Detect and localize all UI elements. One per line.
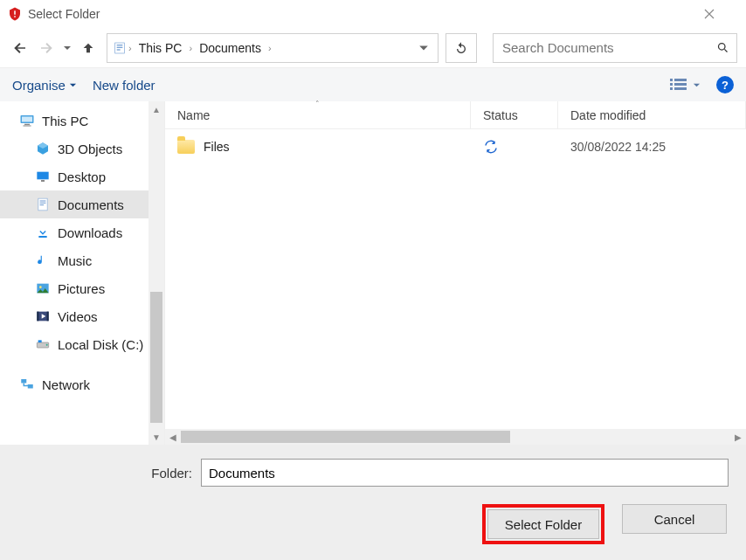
- svg-rect-1: [117, 45, 123, 45]
- forward-button[interactable]: [35, 35, 58, 61]
- navigation-pane: This PC 3D Objects Desktop Documents Dow…: [0, 101, 164, 445]
- svg-point-28: [46, 344, 48, 346]
- tree-network[interactable]: Network: [0, 370, 164, 398]
- breadcrumb-this-pc[interactable]: This PC: [134, 41, 188, 55]
- chevron-right-icon[interactable]: ›: [127, 43, 134, 53]
- file-list-pane: Name ˄ Status Date modified Files: [164, 101, 746, 445]
- select-folder-button[interactable]: Select Folder: [487, 509, 599, 539]
- scroll-left-icon[interactable]: ◀: [165, 432, 181, 442]
- item-name: Files: [204, 140, 230, 154]
- svg-rect-5: [670, 79, 673, 81]
- recent-dropdown[interactable]: [61, 35, 73, 61]
- svg-rect-15: [37, 172, 48, 180]
- search-input[interactable]: [501, 39, 716, 56]
- folder-name-input[interactable]: [201, 459, 729, 487]
- up-button[interactable]: [77, 35, 100, 61]
- file-list[interactable]: Files 30/08/2022 14:25: [165, 129, 746, 429]
- scroll-down-icon[interactable]: ▼: [149, 429, 164, 445]
- search-box[interactable]: [493, 33, 737, 63]
- tree-scrollbar[interactable]: ▲ ▼: [149, 101, 164, 445]
- tree-label: Pictures: [58, 281, 105, 296]
- column-status[interactable]: Status: [471, 101, 558, 128]
- svg-rect-8: [674, 79, 687, 81]
- refresh-button[interactable]: [446, 33, 477, 63]
- tree-downloads[interactable]: Downloads: [0, 218, 164, 246]
- svg-rect-6: [670, 83, 673, 86]
- window-title: Select Folder: [28, 7, 704, 21]
- column-label: Name: [177, 108, 210, 122]
- tree-label: Downloads: [58, 225, 122, 240]
- tree-label: Network: [42, 377, 90, 392]
- tree-local-disk[interactable]: Local Disk (C:): [0, 330, 164, 358]
- pictures-icon: [35, 280, 51, 296]
- dialog-body: This PC 3D Objects Desktop Documents Dow…: [0, 101, 746, 445]
- svg-rect-26: [47, 312, 49, 321]
- tree-pictures[interactable]: Pictures: [0, 274, 164, 302]
- svg-rect-14: [24, 125, 31, 127]
- scroll-up-icon[interactable]: ▲: [149, 101, 164, 117]
- svg-rect-25: [37, 312, 38, 321]
- button-label: Cancel: [654, 512, 695, 527]
- music-icon: [35, 252, 51, 268]
- back-button[interactable]: [9, 35, 31, 61]
- close-button[interactable]: [704, 9, 739, 19]
- svg-rect-7: [670, 87, 673, 90]
- organise-label: Organise: [12, 78, 66, 93]
- column-label: Date modified: [570, 108, 646, 122]
- svg-rect-29: [38, 340, 42, 342]
- network-icon: [19, 377, 35, 392]
- tree-label: Local Disk (C:): [58, 337, 143, 352]
- tree-label: Documents: [58, 197, 124, 212]
- svg-rect-9: [674, 83, 687, 86]
- view-options-button[interactable]: [670, 78, 701, 92]
- organise-menu[interactable]: Organise: [12, 78, 77, 93]
- scroll-right-icon[interactable]: ▶: [730, 432, 746, 442]
- cancel-button[interactable]: Cancel: [622, 504, 727, 534]
- tree-label: Music: [58, 253, 92, 268]
- svg-point-23: [39, 286, 42, 288]
- chevron-right-icon[interactable]: ›: [266, 43, 273, 53]
- svg-rect-21: [38, 236, 46, 238]
- svg-rect-13: [24, 124, 30, 126]
- tree-music[interactable]: Music: [0, 246, 164, 274]
- column-name[interactable]: Name ˄: [165, 101, 471, 128]
- nav-bar: › This PC › Documents ›: [0, 28, 746, 68]
- tree-desktop[interactable]: Desktop: [0, 162, 164, 190]
- cube-icon: [35, 141, 51, 156]
- svg-point-4: [719, 44, 726, 51]
- chevron-right-icon[interactable]: ›: [187, 43, 194, 53]
- address-icon: [113, 41, 127, 55]
- button-label: Select Folder: [505, 517, 582, 532]
- new-folder-button[interactable]: New folder: [93, 78, 155, 93]
- list-item[interactable]: Files 30/08/2022 14:25: [165, 129, 746, 164]
- item-date: 30/08/2022 14:25: [570, 140, 666, 154]
- titlebar: Select Folder: [0, 0, 746, 28]
- address-dropdown[interactable]: [415, 43, 432, 53]
- highlight-box: Select Folder: [482, 504, 604, 544]
- folder-icon: [177, 140, 195, 154]
- new-folder-label: New folder: [93, 78, 155, 93]
- download-icon: [35, 225, 51, 240]
- computer-icon: [19, 113, 35, 128]
- tree-3d-objects[interactable]: 3D Objects: [0, 135, 164, 162]
- tree-documents[interactable]: Documents: [0, 190, 164, 218]
- list-h-scrollbar[interactable]: ◀ ▶: [165, 429, 746, 445]
- search-icon[interactable]: [716, 41, 729, 54]
- tree-label: Videos: [58, 309, 98, 324]
- tree-videos[interactable]: Videos: [0, 302, 164, 330]
- column-date[interactable]: Date modified: [558, 101, 746, 128]
- tree-this-pc[interactable]: This PC: [0, 107, 164, 135]
- sort-indicator-icon: ˄: [315, 100, 320, 108]
- drive-icon: [35, 336, 51, 352]
- tree-label: 3D Objects: [58, 142, 122, 156]
- column-headers: Name ˄ Status Date modified: [165, 101, 746, 129]
- address-bar[interactable]: › This PC › Documents ›: [107, 33, 439, 63]
- folder-input-row: Folder:: [17, 459, 729, 487]
- tree-label: Desktop: [58, 169, 106, 184]
- svg-rect-10: [674, 87, 687, 90]
- videos-icon: [35, 308, 51, 324]
- scroll-thumb[interactable]: [150, 292, 162, 423]
- scroll-thumb[interactable]: [181, 431, 510, 443]
- help-button[interactable]: ?: [716, 76, 734, 93]
- breadcrumb-documents[interactable]: Documents: [194, 41, 266, 55]
